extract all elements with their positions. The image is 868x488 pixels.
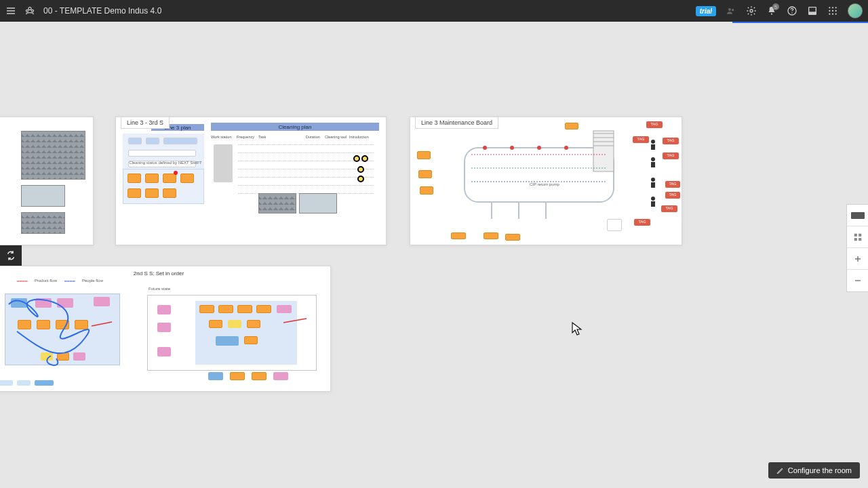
svg-point-15 <box>832 10 833 12</box>
svg-point-0 <box>28 7 31 10</box>
mouse-cursor-icon <box>572 322 583 336</box>
col-introduction: Introduction <box>349 135 374 139</box>
svg-point-1 <box>26 9 28 12</box>
warning-icon <box>357 176 364 182</box>
cleaning-photo-1 <box>258 193 296 214</box>
col-frequency: Frequency <box>237 135 258 139</box>
machine-photo <box>21 131 85 180</box>
col-workstation: Work station <box>211 135 237 139</box>
board-card-line3-3rd-s[interactable]: Line 3 plan Cleaning status defined by N… <box>115 117 387 245</box>
warning-icon <box>361 155 368 162</box>
col-task: Task <box>258 135 306 139</box>
right-view-panel <box>846 204 868 292</box>
svg-rect-26 <box>859 233 861 236</box>
notification-count-badge: 5 <box>772 3 779 10</box>
zoom-in-button[interactable] <box>847 248 868 270</box>
legend-product-flow: Product flow <box>35 279 57 283</box>
svg-point-14 <box>829 10 830 12</box>
board4-future-footer <box>208 372 288 380</box>
maintenance-center-label: CIP return pump <box>530 182 559 186</box>
svg-point-17 <box>829 14 830 15</box>
workshop-photo-1 <box>21 185 65 207</box>
svg-rect-46 <box>651 201 655 207</box>
collaborators-icon[interactable] <box>726 5 736 16</box>
svg-point-8 <box>791 12 792 13</box>
configure-room-label: Configure the room <box>788 466 852 474</box>
legend-people-flow: People flow <box>82 279 103 283</box>
svg-rect-27 <box>854 238 856 241</box>
svg-rect-40 <box>651 144 655 150</box>
svg-point-11 <box>829 7 830 8</box>
svg-point-12 <box>832 7 833 8</box>
cleaning-photo-2 <box>299 193 337 214</box>
svg-point-37 <box>537 146 541 150</box>
board2-cleaning-header: Cleaning plan <box>211 123 379 131</box>
board-label-line3-3rd-s[interactable]: Line 3 - 3rd S <box>121 117 170 129</box>
svg-rect-25 <box>854 233 856 236</box>
gear-icon[interactable] <box>746 5 757 16</box>
pencil-icon <box>776 467 784 474</box>
board4-title: 2nd S S: Set in order <box>0 270 330 277</box>
svg-rect-44 <box>651 182 655 188</box>
future-state-label: Future state <box>149 287 170 291</box>
svg-point-16 <box>835 10 837 12</box>
panel-icon[interactable] <box>807 5 818 16</box>
svg-point-2 <box>31 9 33 12</box>
scribble-annotation <box>3 291 125 372</box>
canvas-workspace[interactable]: (…) Line 3 plan Cleaning status defined … <box>0 23 868 488</box>
cleaning-row-ws <box>214 144 233 182</box>
sync-tool-icon[interactable] <box>5 249 17 262</box>
col-duration: Duration <box>306 135 325 139</box>
warning-icon <box>353 155 360 162</box>
svg-point-41 <box>651 157 655 161</box>
user-avatar[interactable] <box>848 3 863 18</box>
svg-point-43 <box>651 178 655 182</box>
svg-point-5 <box>750 9 753 12</box>
svg-point-13 <box>835 7 837 8</box>
apps-grid-icon[interactable] <box>827 5 838 16</box>
help-icon[interactable] <box>787 5 797 16</box>
svg-point-18 <box>832 14 833 15</box>
svg-point-36 <box>510 146 514 150</box>
svg-point-38 <box>564 146 568 150</box>
warning-icon <box>357 166 364 173</box>
team-logo-icon[interactable] <box>24 5 35 16</box>
svg-rect-28 <box>859 238 861 241</box>
board-card-set-in-order[interactable]: 2nd S S: Set in order ━━━━ Product flow … <box>0 266 331 392</box>
zoom-out-button[interactable] <box>847 270 868 291</box>
top-bar: 00 - TEMPLATE Demo Indus 4.0 trial 5 <box>0 0 868 22</box>
board2-status-caption: Cleaning status defined by NEXT SHIFT <box>128 161 203 165</box>
menu-icon[interactable] <box>5 5 16 16</box>
svg-point-35 <box>483 146 487 150</box>
svg-point-4 <box>732 9 734 11</box>
workshop-photo-2 <box>21 212 65 234</box>
page-title: 00 - TEMPLATE Demo Indus 4.0 <box>43 6 161 16</box>
board2-status-area <box>123 169 204 204</box>
svg-point-3 <box>728 8 731 11</box>
svg-rect-29 <box>465 148 614 202</box>
board4-future-state <box>147 295 317 371</box>
svg-rect-10 <box>809 12 816 14</box>
svg-rect-42 <box>651 162 655 167</box>
col-cleaning-tool: Cleaning tool <box>325 135 349 139</box>
board-label-maintenance[interactable]: Line 3 Maintenance Board <box>415 117 498 129</box>
grid-view-button[interactable] <box>847 226 868 248</box>
svg-point-6 <box>771 14 772 15</box>
minimap-button[interactable] <box>847 205 868 226</box>
board-card-partial[interactable]: (…) <box>0 117 94 245</box>
svg-point-45 <box>651 197 655 201</box>
trial-badge: trial <box>696 6 716 16</box>
svg-rect-30 <box>593 131 614 171</box>
board-card-maintenance[interactable]: TAG TAG TAG TAG TAG TAG TAG TAG CIP retu… <box>410 117 682 245</box>
svg-point-39 <box>651 140 655 144</box>
svg-point-19 <box>835 14 837 15</box>
configure-room-button[interactable]: Configure the room <box>768 462 860 479</box>
